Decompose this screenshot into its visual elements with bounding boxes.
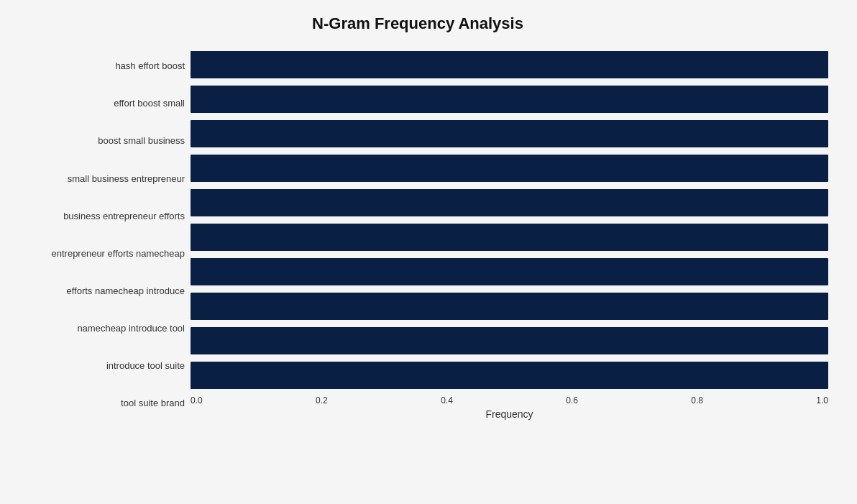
- bar-row: [191, 151, 828, 185]
- x-tick: 1.0: [816, 395, 828, 406]
- chart-title: N-Gram Frequency Analysis: [7, 14, 828, 33]
- bar-row: [191, 358, 828, 393]
- y-label: namecheap introduce tool: [7, 323, 185, 334]
- chart-container: N-Gram Frequency Analysis hash effort bo…: [0, 0, 857, 504]
- y-label: business entrepreneur efforts: [7, 211, 185, 222]
- x-tick: 0.4: [441, 395, 453, 406]
- bar: [191, 51, 828, 78]
- y-label: efforts namecheap introduce: [7, 285, 185, 297]
- bar-row: [191, 82, 828, 116]
- x-axis-label: Frequency: [191, 408, 828, 420]
- bar-row: [191, 116, 828, 151]
- y-label: introduce tool suite: [7, 360, 185, 372]
- bar-row: [191, 255, 828, 289]
- y-label: boost small business: [7, 135, 185, 147]
- plot-area: 0.00.20.40.60.81.0 Frequency: [191, 47, 828, 422]
- y-label: tool suite brand: [7, 398, 185, 409]
- bar: [191, 86, 828, 113]
- x-tick: 0.8: [691, 395, 703, 406]
- bar-row: [191, 220, 828, 255]
- y-axis-labels: hash effort boosteffort boost smallboost…: [7, 47, 191, 422]
- y-label: hash effort boost: [7, 60, 185, 72]
- bar: [191, 362, 828, 389]
- bar-row: [191, 185, 828, 220]
- bar: [191, 189, 828, 216]
- bar: [191, 224, 828, 251]
- bar-row: [191, 324, 828, 358]
- bar-row: [191, 47, 828, 82]
- bar: [191, 327, 828, 354]
- bar: [191, 155, 828, 182]
- x-tick: 0.2: [316, 395, 328, 406]
- y-label: entrepreneur efforts namecheap: [7, 248, 185, 260]
- x-tick: 0.0: [191, 395, 203, 406]
- y-label: small business entrepreneur: [7, 173, 185, 185]
- bar: [191, 258, 828, 285]
- x-tick: 0.6: [566, 395, 578, 406]
- y-label: effort boost small: [7, 98, 185, 109]
- bar: [191, 293, 828, 320]
- bar: [191, 120, 828, 147]
- bar-row: [191, 289, 828, 324]
